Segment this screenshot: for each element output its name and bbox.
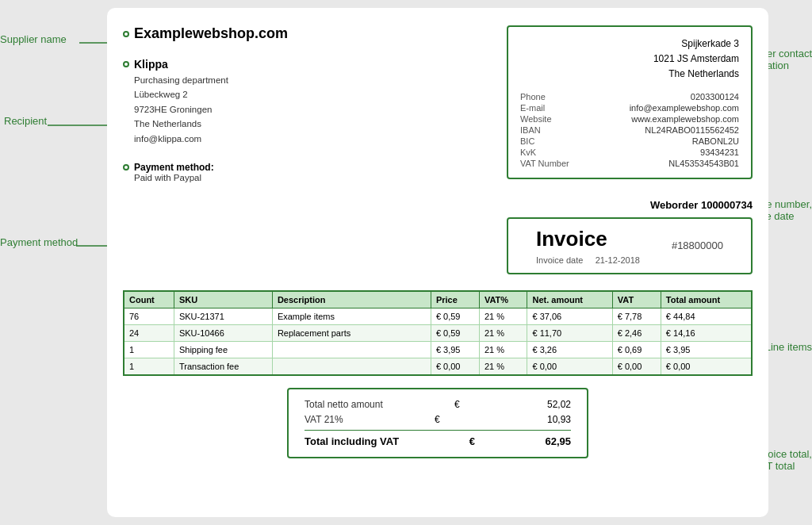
cell-1-6: € 2,46 [612, 324, 661, 341]
vat-currency: € [435, 414, 440, 425]
top-section: Examplewebshop.com Klippa Purchasing dep… [123, 25, 753, 274]
cell-1-7: € 14,16 [661, 324, 752, 341]
contact-grid: Phone 0203300124 E-mail info@examplewebs… [520, 92, 739, 168]
email-value: info@examplewebshop.com [577, 103, 739, 113]
cell-0-5: € 37,06 [527, 308, 612, 324]
invoice-left: Invoice Invoice date 21-12-2018 [536, 227, 640, 265]
line-items-annotation: Line items [765, 341, 812, 353]
netto-currency: € [454, 399, 460, 410]
recipient-postal: 9723HE Groningen [134, 102, 507, 117]
cell-0-6: € 7,78 [612, 308, 661, 324]
phone-label: Phone [520, 92, 569, 102]
supplier-addr1: Spijkerkade 3 [520, 36, 739, 52]
left-info: Examplewebshop.com Klippa Purchasing dep… [123, 25, 507, 274]
cell-1-0: 24 [124, 324, 174, 341]
cell-0-3: € 0,59 [431, 308, 479, 324]
cell-0-4: 21 % [479, 308, 527, 324]
cell-3-4: 21 % [479, 358, 527, 375]
table-row: 76SKU-21371Example items€ 0,5921 %€ 37,0… [124, 308, 752, 324]
invoice-date-value: 21-12-2018 [596, 255, 640, 265]
cell-0-7: € 44,84 [661, 308, 752, 324]
table-row: 1Shipping fee€ 3,9521 %€ 3,26€ 0,69€ 3,9… [124, 341, 752, 358]
cell-2-5: € 3,26 [527, 341, 612, 358]
invoice-number: #18800000 [672, 240, 723, 251]
cell-0-2: Example items [272, 308, 431, 324]
recipient-street: Lübeckweg 2 [134, 87, 507, 102]
supplier-addr3: The Netherlands [520, 67, 739, 82]
page-wrapper: Supplier name Recipient Payment method S… [0, 0, 812, 525]
netto-row: Total netto amount € 52,02 [304, 399, 571, 410]
col-count: Count [124, 291, 174, 308]
payment-method-section: Payment method: Paid with Paypal [123, 162, 507, 182]
col-total: Total amount [661, 291, 752, 308]
bic-label: BIC [520, 136, 569, 146]
total-including-vat-row: Total including VAT € 62,95 [304, 435, 571, 447]
col-sku: SKU [174, 291, 272, 308]
cell-3-0: 1 [124, 358, 174, 375]
website-value: www.examplewebshop.com [577, 114, 739, 124]
cell-0-1: SKU-21371 [174, 308, 272, 324]
cell-2-0: 1 [124, 341, 174, 358]
netto-value: 52,02 [547, 399, 571, 410]
contact-box: Spijkerkade 3 1021 JS Amsterdam The Neth… [507, 25, 753, 179]
cell-3-2 [272, 358, 431, 375]
weborder: Weborder 100000734 [507, 199, 753, 211]
kvk-label: KvK [520, 148, 569, 157]
col-net-amount: Net. amount [527, 291, 612, 308]
payment-method-value: Paid with Paypal [134, 173, 507, 182]
bic-value: RABONL2U [577, 136, 739, 146]
invoice-date-label: Invoice date [536, 255, 583, 265]
recipient-country: The Netherlands [134, 117, 507, 131]
supplier-name-annotation: Supplier name [0, 33, 67, 45]
recipient-annotation: Recipient [4, 115, 47, 127]
recipient-email: info@klippa.com [134, 132, 507, 146]
netto-label: Total netto amount [304, 399, 383, 410]
recipient-dept: Purchasing department [134, 73, 507, 87]
vat-label: VAT Number [520, 159, 569, 168]
cell-1-2: Replacement parts [272, 324, 431, 341]
vat-value: 10,93 [547, 414, 571, 425]
cell-1-3: € 0,59 [431, 324, 479, 341]
cell-2-7: € 3,95 [661, 341, 752, 358]
cell-3-3: € 0,00 [431, 358, 479, 375]
cell-3-7: € 0,00 [661, 358, 752, 375]
table-section: Count SKU Description Price VAT% Net. am… [123, 290, 753, 376]
payment-annotation: Payment method [0, 236, 78, 248]
payment-method-label: Payment method: [123, 162, 507, 173]
col-price: Price [431, 291, 479, 308]
totals-box: Total netto amount € 52,02 VAT 21% € 10,… [287, 388, 588, 458]
recipient-name: Klippa [123, 58, 507, 71]
vat-label-total: VAT 21% [304, 414, 343, 425]
cell-2-4: 21 % [479, 341, 527, 358]
totals-divider [304, 430, 571, 431]
cell-1-5: € 11,70 [527, 324, 612, 341]
total-value: 62,95 [545, 435, 571, 447]
iban-value: NL24RABO0115562452 [577, 125, 739, 135]
table-row: 1Transaction fee€ 0,0021 %€ 0,00€ 0,00€ … [124, 358, 752, 375]
cell-3-6: € 0,00 [612, 358, 661, 375]
invoice-right: #18800000 [672, 240, 723, 251]
website-label: Website [520, 114, 569, 124]
invoice-document: Examplewebshop.com Klippa Purchasing dep… [107, 8, 768, 517]
payment-dot [123, 164, 129, 171]
cell-0-0: 76 [124, 308, 174, 324]
col-vat-pct: VAT% [479, 291, 527, 308]
total-currency: € [469, 435, 475, 447]
vat-value: NL453534543B01 [577, 159, 739, 168]
right-column: Spijkerkade 3 1021 JS Amsterdam The Neth… [507, 25, 753, 274]
totals-section: Total netto amount € 52,02 VAT 21% € 10,… [123, 388, 753, 458]
col-vat: VAT [612, 291, 661, 308]
invoice-title: Invoice [536, 227, 640, 251]
supplier-addr2: 1021 JS Amsterdam [520, 52, 739, 67]
supplier-dot [123, 31, 129, 37]
table-row: 24SKU-10466Replacement parts€ 0,5921 %€ … [124, 324, 752, 341]
cell-2-3: € 3,95 [431, 341, 479, 358]
cell-1-1: SKU-10466 [174, 324, 272, 341]
recipient-name-text: Klippa [134, 58, 168, 71]
email-label: E-mail [520, 103, 569, 113]
recipient-section: Klippa Purchasing department Lübeckweg 2… [123, 58, 507, 146]
col-description: Description [272, 291, 431, 308]
cell-3-5: € 0,00 [527, 358, 612, 375]
invoice-section: Weborder 100000734 Invoice Invoice date … [507, 199, 753, 274]
items-table: Count SKU Description Price VAT% Net. am… [123, 290, 753, 376]
